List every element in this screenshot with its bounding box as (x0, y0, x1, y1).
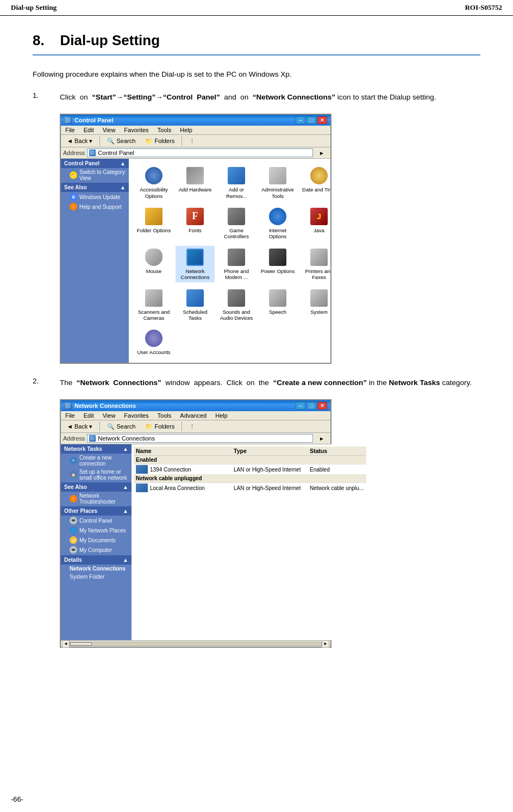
minimize-button[interactable]: – (296, 116, 305, 124)
icon-java[interactable]: J Java (299, 205, 330, 241)
menu-file[interactable]: File (63, 126, 77, 134)
win-control-buttons[interactable]: – □ ✕ (296, 116, 327, 124)
winupdate-label: Windows Update (79, 194, 121, 200)
nc-menu-edit[interactable]: Edit (82, 412, 96, 419)
menu-help[interactable]: Help (178, 126, 195, 134)
nc-back-button[interactable]: ◄ Back ▾ (63, 422, 96, 431)
icon-mouse[interactable]: Mouse (134, 246, 173, 282)
nc-details-arrow[interactable]: ▲ (123, 557, 128, 563)
icon-network[interactable]: Network Connections (176, 246, 215, 282)
icon-internet[interactable]: Internet Options (258, 205, 297, 241)
system-label: System (310, 309, 328, 315)
close-button[interactable]: ✕ (317, 116, 327, 124)
sidebar-item-mynet[interactable]: 🌐 My Network Places (61, 525, 132, 535)
search-button[interactable]: 🔍 Search (103, 137, 139, 146)
icon-power[interactable]: Power Options (258, 246, 297, 282)
connection-local-area[interactable]: Local Area Connection LAN or High-Speed … (134, 483, 366, 493)
nc-menu-tools[interactable]: Tools (155, 412, 174, 419)
sidebar-item-create-connection[interactable]: + Create a new connection (61, 454, 132, 468)
add-remove-icon (227, 166, 246, 185)
netconn-scrollbar-h[interactable]: ◄ ► (61, 640, 330, 647)
nc-menu-view[interactable]: View (101, 412, 118, 419)
control-panel-titlebar: Control Panel – □ ✕ (61, 115, 330, 126)
sidebar-item-mycomputer[interactable]: 💻 My Computer (61, 545, 132, 555)
nc-go-button[interactable]: ► (315, 435, 328, 443)
icon-admintools[interactable]: Administrative Tools (258, 164, 297, 201)
netconn-maximize-button[interactable]: □ (306, 402, 316, 410)
icon-printers[interactable]: Printers and Faxes (299, 246, 330, 282)
nc-views-button[interactable]: ⋮ (185, 422, 199, 431)
nc-folders-button[interactable]: 📁 Folders (141, 422, 178, 431)
sidebar-cp-arrow[interactable]: ▲ (120, 160, 126, 166)
icon-folder[interactable]: Folder Options (134, 205, 173, 241)
icon-user[interactable]: User Accounts (134, 327, 173, 357)
scrollbar-track[interactable] (70, 642, 322, 646)
nc-sidebar-seealso: See Also ▲ ? Network Troubleshooter (61, 482, 132, 506)
nc-seealso-arrow[interactable]: ▲ (123, 484, 128, 490)
menu-tools[interactable]: Tools (155, 126, 174, 134)
scrollbar-thumb[interactable] (70, 642, 92, 646)
icon-scheduled[interactable]: Scheduled Tasks (176, 287, 215, 323)
connection-1394[interactable]: 1394 Connection LAN or High-Speed Intern… (134, 464, 366, 474)
netconn-control-buttons[interactable]: – □ ✕ (296, 402, 327, 410)
date-time-label: Date and Time (302, 187, 330, 193)
sidebar-item-category[interactable]: 📂 Switch to Category View (61, 168, 129, 182)
header-right: ROI-S05752 (465, 3, 502, 12)
nc-menu-file[interactable]: File (63, 412, 77, 419)
folders-button[interactable]: 📁 Folders (141, 137, 178, 146)
nc-toolbar-sep2 (182, 422, 182, 431)
nc-other-arrow[interactable]: ▲ (123, 508, 128, 514)
icon-sounds[interactable]: Sounds and Audio Devices (217, 287, 256, 323)
netconn-minimize-button[interactable]: – (296, 402, 305, 410)
nc-menu-advanced[interactable]: Advanced (178, 412, 209, 419)
conn-1394-status: Enabled (310, 467, 364, 473)
menu-edit[interactable]: Edit (82, 126, 96, 134)
menu-view[interactable]: View (101, 126, 118, 134)
nc-menu-help[interactable]: Help (213, 412, 230, 419)
java-label: Java (314, 227, 324, 233)
icon-addhardware[interactable]: Add Hardware (176, 164, 215, 201)
sidebar-item-winupdate[interactable]: 🖥 Windows Update (61, 192, 129, 202)
menu-favorites[interactable]: Favorites (122, 126, 151, 134)
cp-icons-area: Accessibility Options Add Hardware Add o… (129, 159, 330, 363)
sidebar-section-seealso: See Also ▲ 🖥 Windows Update ? Help and S… (61, 183, 129, 212)
scanners-icon (144, 288, 164, 308)
conn-local-name: Local Area Connection (136, 484, 234, 492)
nc-menu-favorites[interactable]: Favorites (122, 412, 151, 419)
speech-icon (268, 288, 287, 308)
sidebar-item-home-network[interactable]: 🏠 Set up a home or small office network (61, 468, 132, 482)
icon-datetime[interactable]: Date and Time (299, 164, 330, 201)
icon-system[interactable]: System (299, 287, 330, 323)
sidebar-item-mydocs[interactable]: 📁 My Documents (61, 535, 132, 545)
step-2-text: The “Network Connections” window appears… (60, 377, 480, 389)
nettasks-arrow[interactable]: ▲ (123, 446, 128, 452)
help-label: Help and Support (79, 204, 122, 210)
phone-icon (227, 247, 246, 267)
seealso-arrow[interactable]: ▲ (120, 184, 126, 190)
views-button[interactable]: ⋮ (185, 137, 199, 146)
scrollbar-right-arrow[interactable]: ► (322, 640, 329, 648)
icon-addremove[interactable]: Add or Remov... (217, 164, 256, 201)
icon-fonts[interactable]: F Fonts (176, 205, 215, 241)
nc-sidebar-details: Details ▲ Network Connections System Fol… (61, 555, 132, 581)
maximize-button[interactable]: □ (306, 116, 316, 124)
back-button[interactable]: ◄ Back ▾ (63, 137, 96, 146)
icon-game[interactable]: Game Controllers (217, 205, 256, 241)
icon-scanners[interactable]: Scanners and Cameras (134, 287, 173, 323)
col-status-header: Status (310, 448, 364, 454)
speech-label: Speech (269, 309, 286, 315)
icon-accessibility[interactable]: Accessibility Options (134, 164, 173, 201)
nc-address-box[interactable]: Network Connections (87, 434, 313, 443)
sidebar-item-help[interactable]: ? Help and Support (61, 202, 129, 212)
sidebar-item-troubleshooter[interactable]: ? Network Troubleshooter (61, 492, 132, 506)
scrollbar-left-arrow[interactable]: ◄ (62, 640, 70, 648)
nc-search-button[interactable]: 🔍 Search (103, 422, 139, 431)
step-1-text: Click on “Start”→“Setting”→“Control Pane… (60, 91, 480, 103)
icon-phone[interactable]: Phone and Modem ... (217, 246, 256, 282)
icon-speech[interactable]: Speech (258, 287, 297, 323)
sidebar-item-cp[interactable]: 💻 Control Panel (61, 516, 132, 525)
step-2-number: 2. (33, 377, 49, 385)
address-box[interactable]: Control Panel (87, 148, 313, 157)
go-button[interactable]: ► (315, 149, 328, 157)
netconn-close-button[interactable]: ✕ (317, 402, 327, 410)
